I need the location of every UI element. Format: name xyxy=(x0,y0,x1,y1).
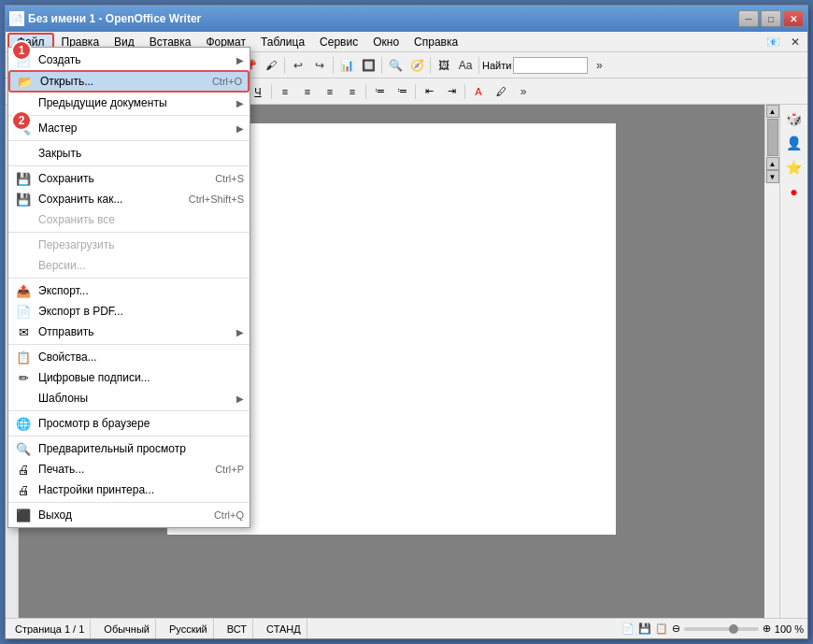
menu-exportpdf[interactable]: 📄 Экспорт в PDF... xyxy=(8,301,250,322)
indent-decrease-btn[interactable]: ⇤ xyxy=(419,82,439,101)
status-page: Страница 1 / 1 xyxy=(9,619,91,638)
format-paint-btn[interactable]: 🖌 xyxy=(261,55,281,76)
close-button[interactable]: ✕ xyxy=(783,10,804,27)
zoom-plus[interactable]: ⊕ xyxy=(763,623,771,635)
zoom-slider[interactable] xyxy=(684,627,759,631)
new-arrow: ▶ xyxy=(236,55,244,65)
menu-preview[interactable]: 🔍 Предварительный просмотр xyxy=(8,438,250,459)
file-group-6: 📤 Экспорт... 📄 Экспорт в PDF... ✉ Отправ… xyxy=(8,279,250,345)
menu-new[interactable]: 📄 Создать ▶ xyxy=(8,50,250,70)
open-icon: 📂 xyxy=(16,74,35,89)
menu-export-label: Экспорт... xyxy=(38,284,89,297)
saveas-shortcut: Ctrl+Shift+S xyxy=(189,193,244,205)
sidebar-icon-1[interactable]: 🎲 xyxy=(784,108,805,129)
menu-exit[interactable]: ⬛ Выход Ctrl+Q xyxy=(8,505,250,525)
gallery-btn[interactable]: 🖼 xyxy=(434,55,454,76)
right-sidebar: 🎲 👤 ⭐ ● xyxy=(779,105,807,618)
title-bar: 📄 Без имени 1 - OpenOffice Writer ─ □ ✕ xyxy=(6,6,807,32)
status-doc-icon: 📋 xyxy=(655,623,668,635)
menu-window[interactable]: Окно xyxy=(365,33,406,51)
toolbar-more[interactable]: » xyxy=(589,55,609,76)
find-input[interactable] xyxy=(513,57,588,74)
zoom-minus[interactable]: ⊖ xyxy=(672,623,680,635)
menu-send[interactable]: ✉ Отправить ▶ xyxy=(8,322,250,342)
redo-btn[interactable]: ↪ xyxy=(309,55,330,76)
recent-icon xyxy=(14,95,33,110)
scroll-down-btn2[interactable]: ▼ xyxy=(766,170,779,183)
align-right-btn[interactable]: ≡ xyxy=(320,82,340,101)
menu-save[interactable]: 💾 Сохранить Ctrl+S xyxy=(8,168,250,189)
window-title: Без имени 1 - OpenOffice Writer xyxy=(28,12,738,25)
menu-browser-preview[interactable]: 🌐 Просмотр в браузере xyxy=(8,413,250,434)
chart-btn[interactable]: 📊 xyxy=(336,55,357,76)
print-icon: 🖨 xyxy=(14,462,33,477)
menu-print-label: Печать... xyxy=(38,463,84,476)
list-unordered-btn[interactable]: ≔ xyxy=(369,82,390,101)
sep8 xyxy=(478,57,479,74)
scroll-down-btn1[interactable]: ▲ xyxy=(766,157,779,170)
menu-open[interactable]: 📂 Открыть... Ctrl+O xyxy=(8,70,250,93)
menu-table[interactable]: Таблица xyxy=(253,33,312,51)
vertical-scrollbar[interactable]: ▲ ▲ ▼ xyxy=(764,105,779,183)
status-mode: СТАНД xyxy=(261,619,307,638)
menu-open-label: Открыть... xyxy=(40,75,93,88)
fmt-more[interactable]: » xyxy=(513,81,534,102)
menu-help[interactable]: Справка xyxy=(406,33,465,51)
align-center-btn[interactable]: ≡ xyxy=(297,82,318,101)
menu-signatures[interactable]: ✏ Цифровые подписи... xyxy=(8,367,250,388)
status-file-icon: 📄 xyxy=(621,623,635,635)
menu-versions-label: Версии... xyxy=(38,259,86,272)
fmt-sep2 xyxy=(271,84,272,99)
highlight-btn[interactable]: 🖊 xyxy=(491,82,511,101)
scroll-track[interactable] xyxy=(766,118,779,157)
print-shortcut: Ctrl+P xyxy=(215,464,244,475)
file-group-8: 🌐 Просмотр в браузере xyxy=(8,411,250,436)
right-panel: ▲ ▲ ▼ xyxy=(764,105,779,618)
align-justify-btn[interactable]: ≡ xyxy=(342,82,363,101)
menu-exportpdf-label: Экспорт в PDF... xyxy=(38,305,123,318)
indent-increase-btn[interactable]: ⇥ xyxy=(441,82,462,101)
underline-btn[interactable]: Ч xyxy=(248,82,268,101)
menu-recent[interactable]: Предыдущие документы ▶ xyxy=(8,93,250,113)
fmt-sep4 xyxy=(415,84,416,99)
sidebar-icon-3[interactable]: ⭐ xyxy=(784,157,805,178)
menu-saveas[interactable]: 💾 Сохранить как... Ctrl+Shift+S xyxy=(8,189,250,209)
sep7 xyxy=(430,57,431,74)
maximize-button[interactable]: □ xyxy=(761,10,781,27)
menu-wizard[interactable]: 🔧 Мастер ▶ xyxy=(8,118,250,138)
styles-btn[interactable]: Aa xyxy=(455,55,476,76)
menu-close-icon[interactable]: ✕ xyxy=(785,32,806,52)
menu-right-icon[interactable]: 📧 xyxy=(763,32,783,52)
sidebar-icon-4[interactable]: ● xyxy=(784,181,805,202)
menu-printer-settings[interactable]: 🖨 Настройки принтера... xyxy=(8,479,250,500)
menu-service[interactable]: Сервис xyxy=(312,33,365,51)
menu-print[interactable]: 🖨 Печать... Ctrl+P xyxy=(8,459,250,479)
menu-close[interactable]: Закрыть xyxy=(8,143,250,164)
scroll-thumb[interactable] xyxy=(767,119,778,156)
menu-browser-label: Просмотр в браузере xyxy=(38,417,150,430)
open-shortcut: Ctrl+O xyxy=(212,76,242,87)
versions-icon xyxy=(14,258,33,273)
zoom-level: 100 % xyxy=(775,623,804,635)
font-color-btn[interactable]: A xyxy=(468,82,489,101)
table-btn[interactable]: 🔲 xyxy=(358,55,378,76)
status-right: 📄 💾 📋 ⊖ ⊕ 100 % xyxy=(621,623,804,635)
wizard-arrow: ▶ xyxy=(236,123,244,134)
sidebar-icon-2[interactable]: 👤 xyxy=(784,133,805,153)
list-ordered-btn[interactable]: ≔ xyxy=(392,82,412,101)
signatures-icon: ✏ xyxy=(14,370,33,385)
scroll-up-btn[interactable]: ▲ xyxy=(766,105,779,118)
properties-icon: 📋 xyxy=(14,350,33,365)
menu-properties[interactable]: 📋 Свойства... xyxy=(8,347,250,367)
menu-exit-label: Выход xyxy=(38,508,72,522)
menu-templates[interactable]: Шаблоны ▶ xyxy=(8,388,250,408)
undo-btn[interactable]: ↩ xyxy=(288,55,308,76)
menu-saveall-label: Сохранить все xyxy=(38,213,115,226)
menu-reload: Перезагрузить xyxy=(8,235,250,255)
navigator-btn[interactable]: 🧭 xyxy=(406,55,427,76)
menu-export[interactable]: 📤 Экспорт... xyxy=(8,280,250,301)
app-icon: 📄 xyxy=(9,11,24,26)
align-left-btn[interactable]: ≡ xyxy=(275,82,295,101)
minimize-button[interactable]: ─ xyxy=(738,10,759,27)
find-replace-btn[interactable]: 🔍 xyxy=(385,55,406,76)
